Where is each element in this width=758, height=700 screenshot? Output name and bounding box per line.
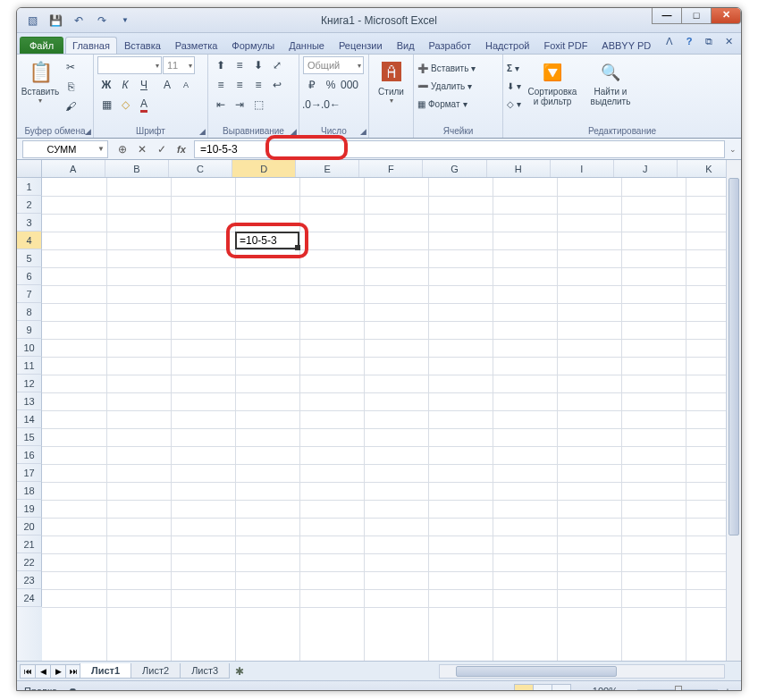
orientation-icon[interactable]: ⤢	[268, 56, 286, 74]
view-page-layout-icon[interactable]	[533, 684, 552, 692]
name-box-dropdown-icon[interactable]: ▼	[95, 145, 107, 153]
paste-button[interactable]: 📋 Вставить ▾	[21, 56, 60, 126]
name-box-input[interactable]	[23, 144, 95, 155]
name-box[interactable]: ▼	[22, 140, 108, 158]
row-header-14[interactable]: 14	[17, 410, 42, 428]
col-header-A[interactable]: A	[42, 160, 105, 177]
tab-view[interactable]: Вид	[390, 37, 422, 54]
zoom-in-icon[interactable]: +	[721, 686, 734, 692]
underline-button[interactable]: Ч	[135, 76, 153, 94]
font-size-combo[interactable]: 11▾	[163, 56, 195, 74]
row-header-9[interactable]: 9	[17, 321, 42, 339]
zoom-slider[interactable]	[637, 689, 718, 692]
font-launcher-icon[interactable]: ◢	[199, 127, 206, 136]
row-header-5[interactable]: 5	[17, 249, 42, 267]
row-header-18[interactable]: 18	[17, 482, 42, 500]
align-left-icon[interactable]: ≡	[212, 76, 230, 94]
align-middle-icon[interactable]: ≡	[231, 56, 248, 74]
enter-formula-icon[interactable]: ✓	[153, 141, 171, 157]
autosum-button[interactable]: Σ ▾	[507, 60, 521, 76]
tab-formulas[interactable]: Формулы	[224, 37, 282, 54]
col-header-B[interactable]: B	[105, 160, 169, 177]
sheet-nav-first-icon[interactable]: ⏮	[20, 664, 36, 679]
fx-icon[interactable]: fx	[173, 141, 190, 157]
font-name-combo[interactable]: ▾	[97, 56, 162, 74]
increase-decimal-icon[interactable]: .0→	[303, 96, 321, 114]
row-header-3[interactable]: 3	[17, 214, 42, 232]
cancel-formula-icon[interactable]: ✕	[133, 141, 151, 157]
row-header-10[interactable]: 10	[17, 339, 42, 357]
close-workbook-icon[interactable]: ✕	[721, 36, 736, 47]
macro-record-icon[interactable]: ⏺	[68, 686, 78, 692]
percent-icon[interactable]: %	[322, 76, 340, 94]
tab-developer[interactable]: Разработ	[422, 37, 478, 54]
bold-button[interactable]: Ж	[97, 76, 115, 94]
insert-cells-button[interactable]: ➕Вставить ▾	[417, 60, 499, 76]
row-header-23[interactable]: 23	[17, 571, 42, 589]
col-header-I[interactable]: I	[551, 160, 614, 177]
row-header-20[interactable]: 20	[17, 518, 42, 536]
clear-button[interactable]: ◇ ▾	[507, 96, 521, 112]
wrap-text-icon[interactable]: ↩	[268, 76, 286, 94]
col-header-E[interactable]: E	[296, 160, 359, 177]
restore-window-icon[interactable]: ⧉	[702, 36, 716, 47]
redo-icon[interactable]: ↷	[92, 12, 112, 30]
col-header-C[interactable]: C	[169, 160, 232, 177]
minimize-ribbon-icon[interactable]: ᐱ	[662, 36, 677, 47]
col-header-D[interactable]: D	[232, 160, 296, 177]
col-header-G[interactable]: G	[423, 160, 486, 177]
cells-area[interactable]: =10-5-3	[42, 178, 741, 661]
align-top-icon[interactable]: ⬆	[212, 56, 230, 74]
format-painter-icon[interactable]: 🖌	[62, 97, 80, 115]
sheet-tab-1[interactable]: Лист1	[80, 663, 131, 679]
tab-review[interactable]: Рецензии	[332, 37, 390, 54]
expand-formula-bar-icon[interactable]: ⌄	[727, 140, 739, 158]
font-color-icon[interactable]: A	[135, 96, 153, 114]
insert-function-icon[interactable]: ⊕	[114, 141, 131, 157]
hscroll-thumb[interactable]	[456, 666, 617, 677]
sheet-tab-2[interactable]: Лист2	[131, 663, 181, 679]
sheet-nav-next-icon[interactable]: ▶	[50, 664, 66, 679]
zoom-out-icon[interactable]: −	[621, 686, 634, 692]
number-format-combo[interactable]: Общий▾	[303, 56, 364, 74]
clipboard-launcher-icon[interactable]: ◢	[85, 127, 91, 136]
horizontal-scrollbar[interactable]	[439, 664, 725, 679]
new-sheet-icon[interactable]: ✱	[230, 665, 249, 678]
alignment-launcher-icon[interactable]: ◢	[291, 127, 297, 136]
tab-file[interactable]: Файл	[20, 37, 63, 54]
styles-button[interactable]: 🅰 Стили ▾	[373, 56, 409, 126]
tab-foxit[interactable]: Foxit PDF	[536, 37, 594, 54]
col-header-J[interactable]: J	[614, 160, 678, 177]
select-all-corner[interactable]	[17, 160, 42, 177]
row-header-11[interactable]: 11	[17, 357, 42, 375]
row-header-16[interactable]: 16	[17, 446, 42, 464]
tab-abbyy[interactable]: ABBYY PD	[594, 37, 658, 54]
tab-insert[interactable]: Вставка	[117, 37, 168, 54]
tab-addins[interactable]: Надстрой	[478, 37, 536, 54]
tab-home[interactable]: Главная	[65, 37, 117, 54]
view-page-break-icon[interactable]	[552, 684, 571, 692]
row-header-4[interactable]: 4	[17, 232, 42, 249]
align-right-icon[interactable]: ≡	[249, 76, 267, 94]
col-header-F[interactable]: F	[359, 160, 423, 177]
align-bottom-icon[interactable]: ⬇	[249, 56, 267, 74]
zoom-thumb[interactable]	[675, 686, 682, 692]
sort-filter-button[interactable]: 🔽 Сортировка и фильтр	[523, 56, 582, 126]
sheet-nav-prev-icon[interactable]: ◀	[35, 664, 51, 679]
delete-cells-button[interactable]: ➖Удалить ▾	[417, 78, 499, 94]
save-icon[interactable]: 💾	[46, 12, 65, 30]
row-header-8[interactable]: 8	[17, 303, 42, 321]
italic-button[interactable]: К	[116, 76, 134, 94]
row-header-24[interactable]: 24	[17, 589, 42, 607]
vscroll-thumb[interactable]	[729, 178, 739, 536]
sheet-tab-3[interactable]: Лист3	[180, 663, 230, 679]
fill-color-icon[interactable]: ◇	[116, 96, 134, 114]
number-launcher-icon[interactable]: ◢	[360, 127, 366, 136]
row-header-12[interactable]: 12	[17, 375, 42, 392]
row-header-7[interactable]: 7	[17, 285, 42, 303]
thousands-icon[interactable]: 000	[341, 76, 358, 94]
col-header-H[interactable]: H	[487, 160, 551, 177]
row-header-1[interactable]: 1	[17, 178, 42, 196]
formula-input[interactable]: =10-5-3	[194, 140, 725, 158]
font-grow-icon[interactable]: A	[158, 76, 176, 94]
